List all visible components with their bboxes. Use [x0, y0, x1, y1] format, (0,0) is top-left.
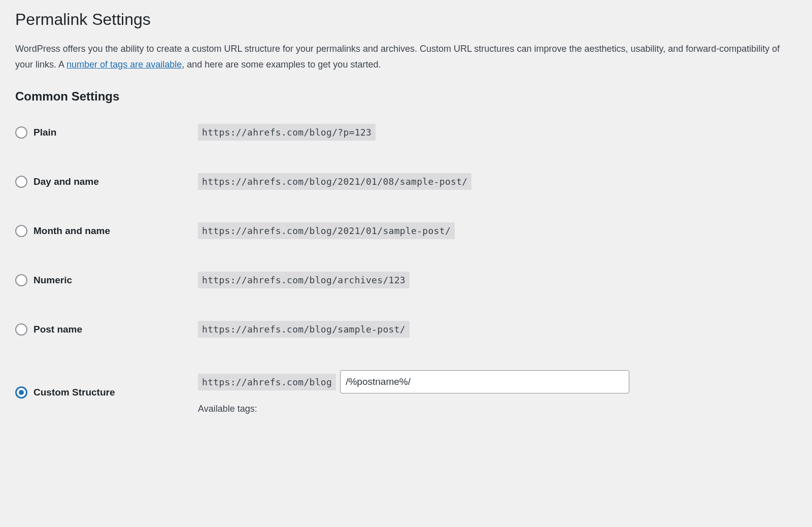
example-month-and-name: https://ahrefs.com/blog/2021/01/sample-p…: [198, 222, 455, 239]
example-numeric: https://ahrefs.com/blog/archives/123: [198, 272, 410, 288]
label-day-and-name[interactable]: Day and name: [33, 176, 99, 187]
label-month-and-name[interactable]: Month and name: [33, 225, 110, 237]
example-plain: https://ahrefs.com/blog/?p=123: [198, 124, 376, 141]
radio-plain[interactable]: [15, 126, 27, 139]
radio-post-name[interactable]: [15, 323, 27, 336]
radio-month-and-name[interactable]: [15, 225, 27, 237]
label-custom-structure[interactable]: Custom Structure: [33, 387, 115, 398]
radio-day-and-name[interactable]: [15, 176, 27, 188]
page-description: WordPress offers you the ability to crea…: [15, 41, 787, 72]
option-row-day-and-name: Day and name https://ahrefs.com/blog/202…: [15, 173, 797, 190]
example-day-and-name: https://ahrefs.com/blog/2021/01/08/sampl…: [198, 173, 471, 190]
radio-numeric[interactable]: [15, 274, 27, 286]
custom-structure-input[interactable]: [340, 370, 629, 393]
label-numeric[interactable]: Numeric: [33, 275, 72, 286]
option-row-month-and-name: Month and name https://ahrefs.com/blog/2…: [15, 222, 797, 239]
description-text-after: , and here are some examples to get you …: [182, 59, 381, 70]
label-plain[interactable]: Plain: [33, 127, 56, 138]
section-heading-common-settings: Common Settings: [15, 89, 797, 104]
page-title: Permalink Settings: [15, 10, 797, 29]
example-post-name: https://ahrefs.com/blog/sample-post/: [198, 321, 410, 338]
radio-custom-structure[interactable]: [15, 386, 27, 399]
custom-prefix: https://ahrefs.com/blog: [198, 374, 336, 390]
option-row-custom: Custom Structure https://ahrefs.com/blog…: [15, 370, 797, 414]
label-post-name[interactable]: Post name: [33, 324, 82, 335]
available-tags-label: Available tags:: [198, 404, 257, 414]
option-row-post-name: Post name https://ahrefs.com/blog/sample…: [15, 321, 797, 338]
tags-available-link[interactable]: number of tags are available: [66, 59, 182, 70]
option-row-plain: Plain https://ahrefs.com/blog/?p=123: [15, 124, 797, 141]
option-row-numeric: Numeric https://ahrefs.com/blog/archives…: [15, 272, 797, 288]
